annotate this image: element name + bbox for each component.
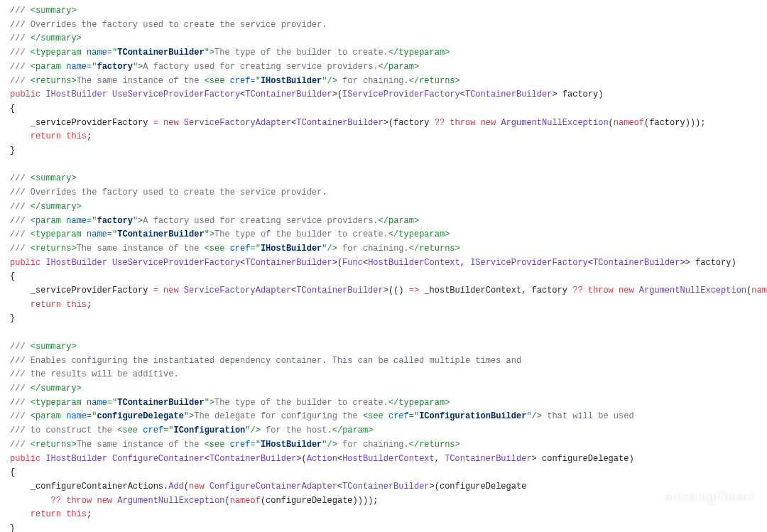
token: =" bbox=[87, 62, 97, 72]
token: </typeparam> bbox=[388, 48, 450, 58]
token: name bbox=[87, 398, 107, 408]
token: new bbox=[163, 118, 179, 128]
token: IHostBuilder bbox=[261, 76, 322, 86]
token: /// Enables configuring the instantiated… bbox=[10, 356, 521, 366]
code-line: /// </summary> bbox=[10, 200, 757, 215]
token: } bbox=[10, 523, 15, 532]
token: name bbox=[66, 216, 87, 226]
token: The same instance of the bbox=[77, 76, 205, 86]
token bbox=[205, 482, 210, 492]
token: UseServiceProviderFactory bbox=[112, 89, 240, 99]
token: "> bbox=[205, 398, 214, 408]
code-line: /// <typeparam name="TContainerBuilder">… bbox=[10, 228, 757, 242]
token: /// bbox=[10, 229, 31, 239]
token: >(() bbox=[384, 286, 409, 295]
token: cref bbox=[230, 76, 251, 86]
token: ; bbox=[87, 131, 92, 141]
token: that will be used bbox=[542, 411, 634, 421]
code-line: /// <summary> bbox=[10, 4, 757, 18]
code-line: /// <param name="factory">A factory used… bbox=[10, 60, 757, 75]
token: IHostBuilder bbox=[45, 258, 107, 268]
token: _configureContainerActions. bbox=[31, 482, 168, 492]
token: </typeparam> bbox=[388, 398, 450, 408]
token: for chaining. bbox=[337, 440, 409, 450]
token: _serviceProviderFactory bbox=[31, 286, 153, 295]
token: <param bbox=[31, 216, 66, 226]
token bbox=[179, 286, 184, 295]
code-line bbox=[10, 326, 757, 340]
token: ( bbox=[609, 118, 614, 128]
token: TContainerBuilder bbox=[445, 454, 531, 464]
token: this bbox=[66, 131, 87, 141]
token: public bbox=[10, 89, 40, 99]
token: { bbox=[10, 467, 15, 477]
token: The same instance of the bbox=[77, 440, 205, 450]
code-line: /// </summary> bbox=[10, 382, 757, 396]
token: return bbox=[31, 300, 61, 310]
token: ?? bbox=[572, 286, 582, 295]
token: cref bbox=[388, 411, 409, 421]
token: = bbox=[153, 118, 158, 128]
token: TContainerBuilder bbox=[245, 89, 332, 99]
code-line: { bbox=[10, 270, 757, 284]
token: IHostBuilder bbox=[45, 89, 107, 99]
token: </returns> bbox=[409, 244, 460, 254]
token: ?? bbox=[51, 496, 61, 506]
token: configureDelegate bbox=[542, 454, 629, 464]
token: IServiceProviderFactory bbox=[470, 258, 588, 268]
token: TContainerBuilder bbox=[210, 454, 296, 464]
token: public bbox=[10, 258, 40, 268]
token: ; bbox=[87, 509, 92, 519]
code-line: /// Enables configuring the instantiated… bbox=[10, 354, 757, 369]
token: </returns> bbox=[409, 76, 460, 86]
token: /// bbox=[10, 76, 31, 86]
token: < bbox=[588, 258, 593, 268]
token: <summary> bbox=[31, 6, 77, 16]
token: "/> bbox=[322, 244, 337, 254]
token: name bbox=[87, 48, 107, 58]
token: </param> bbox=[379, 216, 420, 226]
token: /// bbox=[10, 411, 31, 421]
token: this bbox=[66, 300, 87, 310]
token: /// bbox=[10, 48, 31, 58]
token: /// bbox=[10, 6, 31, 16]
token: for chaining. bbox=[337, 76, 409, 86]
token: _hostBuilderContext, factory bbox=[419, 286, 572, 295]
token: new bbox=[619, 286, 634, 295]
token: </param> bbox=[379, 62, 420, 72]
token: new bbox=[97, 496, 112, 506]
token: /// bbox=[10, 202, 31, 212]
token: ServiceFactoryAdapter bbox=[184, 286, 291, 295]
token: TContainerBuilder bbox=[465, 89, 552, 99]
token: = bbox=[153, 286, 158, 295]
token: cref bbox=[230, 244, 251, 254]
token: <typeparam bbox=[31, 229, 87, 239]
token: < bbox=[460, 89, 465, 99]
code-line: /// <returns>The same instance of the <s… bbox=[10, 242, 757, 256]
token: for chaining. bbox=[337, 244, 409, 254]
token: <see bbox=[205, 244, 230, 254]
code-line: /// Overrides the factory used to create… bbox=[10, 18, 757, 33]
token: ArgumentNullException bbox=[501, 118, 608, 128]
token: Add bbox=[168, 482, 184, 492]
token: new bbox=[189, 482, 205, 492]
token: name bbox=[66, 62, 87, 72]
token: =" bbox=[87, 216, 97, 226]
token: The type of the builder to create. bbox=[214, 398, 388, 408]
token: } bbox=[10, 313, 15, 323]
code-line: return this; bbox=[10, 298, 757, 313]
token: , bbox=[435, 454, 445, 464]
code-line: } bbox=[10, 312, 757, 326]
token: TContainerBuilder bbox=[117, 229, 204, 239]
token: new bbox=[481, 118, 496, 128]
token: <param bbox=[31, 411, 66, 421]
token: TContainerBuilder bbox=[245, 258, 332, 268]
token: throw bbox=[66, 496, 92, 506]
token: >> bbox=[680, 258, 695, 268]
token: TContainerBuilder bbox=[593, 258, 680, 268]
token: "> bbox=[133, 216, 143, 226]
token bbox=[179, 118, 184, 128]
token: nameof bbox=[751, 286, 767, 295]
code-line: /// <param name="factory">A factory used… bbox=[10, 215, 757, 229]
token: factory bbox=[97, 62, 132, 72]
